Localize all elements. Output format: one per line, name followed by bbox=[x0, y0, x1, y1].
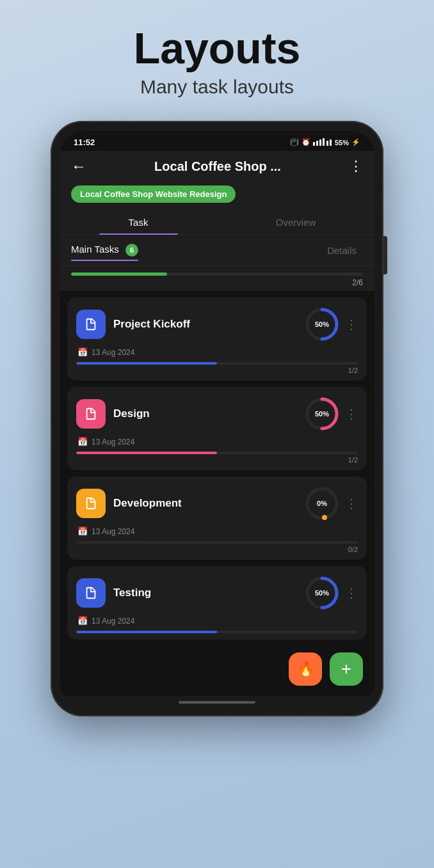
tasks-area: Project Kickoff 50% ⋮ � bbox=[60, 297, 374, 640]
task-more-testing[interactable]: ⋮ bbox=[345, 585, 358, 601]
page-heading: Layouts bbox=[134, 26, 301, 71]
status-bar: 11:52 📳 ⏰ 55% ⚡ bbox=[60, 131, 374, 151]
task-name-design: Design bbox=[113, 407, 150, 420]
page-subheading: Many task layouts bbox=[140, 76, 294, 98]
calendar-icon: 📅 bbox=[77, 616, 88, 626]
project-badge-wrap: Local Coffee Shop Website Redesign bbox=[60, 182, 374, 210]
task-date-project-kickoff: 📅 13 Aug 2024 bbox=[77, 347, 358, 357]
calendar-icon: 📅 bbox=[77, 437, 88, 446]
fab-area: 🔥 + bbox=[60, 646, 374, 696]
back-button[interactable]: ← bbox=[71, 157, 86, 175]
task-card-testing: Testing 50% ⋮ 📅 bbox=[67, 566, 367, 640]
tab-task[interactable]: Task bbox=[60, 210, 217, 234]
task-date-development: 📅 13 Aug 2024 bbox=[77, 526, 358, 536]
overall-progress-fill bbox=[71, 272, 167, 276]
task-more-design[interactable]: ⋮ bbox=[345, 406, 358, 422]
svg-rect-2 bbox=[319, 139, 321, 146]
svg-rect-0 bbox=[313, 142, 315, 146]
task-icon-design bbox=[76, 399, 106, 429]
secondary-tabs: Main Tasks 6 Details bbox=[60, 235, 374, 266]
tab-overview[interactable]: Overview bbox=[217, 210, 374, 234]
vibrate-icon: 📳 bbox=[290, 138, 299, 146]
task-icon-project-kickoff bbox=[76, 310, 106, 339]
circle-progress-design: 50% bbox=[304, 396, 340, 432]
task-name-project-kickoff: Project Kickoff bbox=[113, 318, 190, 331]
circle-progress-development: 0% bbox=[304, 485, 340, 521]
task-icon-development bbox=[76, 489, 106, 518]
signal-icon bbox=[313, 138, 332, 147]
tab-main-tasks[interactable]: Main Tasks 6 bbox=[71, 240, 138, 260]
battery-icon: ⚡ bbox=[351, 138, 360, 146]
task-progress-bar-development bbox=[76, 541, 358, 544]
task-progress-bar-testing bbox=[76, 631, 358, 633]
primary-tabs: Task Overview bbox=[60, 210, 374, 235]
tab-details[interactable]: Details bbox=[327, 241, 357, 260]
overall-progress-label: 2/6 bbox=[71, 278, 363, 287]
task-icon-testing bbox=[76, 578, 106, 608]
project-badge: Local Coffee Shop Website Redesign bbox=[71, 185, 236, 203]
svg-rect-4 bbox=[326, 141, 328, 146]
plus-icon: + bbox=[341, 659, 351, 679]
svg-rect-1 bbox=[316, 141, 318, 146]
overall-progress-bar bbox=[71, 272, 363, 276]
task-card-development: Development 0% ⋮ bbox=[67, 477, 367, 560]
add-task-fab-button[interactable]: + bbox=[330, 652, 363, 686]
task-card-project-kickoff: Project Kickoff 50% ⋮ � bbox=[67, 297, 367, 381]
task-date-testing: 📅 13 Aug 2024 bbox=[77, 616, 358, 626]
task-name-testing: Testing bbox=[113, 587, 151, 599]
task-date-design: 📅 13 Aug 2024 bbox=[77, 437, 358, 446]
circle-progress-testing: 50% bbox=[304, 575, 340, 611]
task-progress-bar-design bbox=[76, 452, 358, 454]
phone-screen: 11:52 📳 ⏰ 55% ⚡ bbox=[60, 131, 374, 706]
task-more-project-kickoff[interactable]: ⋮ bbox=[345, 317, 358, 332]
battery-label: 55% bbox=[335, 139, 349, 146]
status-right: 📳 ⏰ 55% ⚡ bbox=[290, 138, 360, 147]
circle-progress-project-kickoff: 50% bbox=[304, 306, 340, 342]
app-header: ← Local Coffee Shop ... ⋮ bbox=[60, 151, 374, 182]
fire-icon: 🔥 bbox=[297, 661, 314, 677]
fire-fab-button[interactable]: 🔥 bbox=[289, 652, 322, 686]
app-title: Local Coffee Shop ... bbox=[154, 159, 281, 174]
alarm-icon: ⏰ bbox=[301, 138, 310, 146]
more-options-button[interactable]: ⋮ bbox=[349, 158, 363, 175]
overall-progress: 2/6 bbox=[60, 266, 374, 291]
svg-rect-5 bbox=[330, 139, 332, 146]
svg-rect-3 bbox=[323, 138, 325, 146]
task-more-development[interactable]: ⋮ bbox=[345, 496, 358, 511]
bottom-bar-indicator bbox=[179, 701, 255, 704]
status-time: 11:52 bbox=[74, 138, 95, 147]
calendar-icon: 📅 bbox=[77, 347, 88, 357]
dev-dot-indicator bbox=[322, 515, 327, 520]
task-name-development: Development bbox=[113, 497, 182, 510]
bottom-nav bbox=[60, 696, 374, 706]
calendar-icon: 📅 bbox=[77, 526, 88, 536]
phone-frame: 11:52 📳 ⏰ 55% ⚡ bbox=[51, 121, 383, 716]
task-progress-bar-project-kickoff bbox=[76, 362, 358, 365]
task-count-badge: 6 bbox=[125, 244, 138, 256]
task-card-design: Design 50% ⋮ 📅 bbox=[67, 387, 367, 470]
